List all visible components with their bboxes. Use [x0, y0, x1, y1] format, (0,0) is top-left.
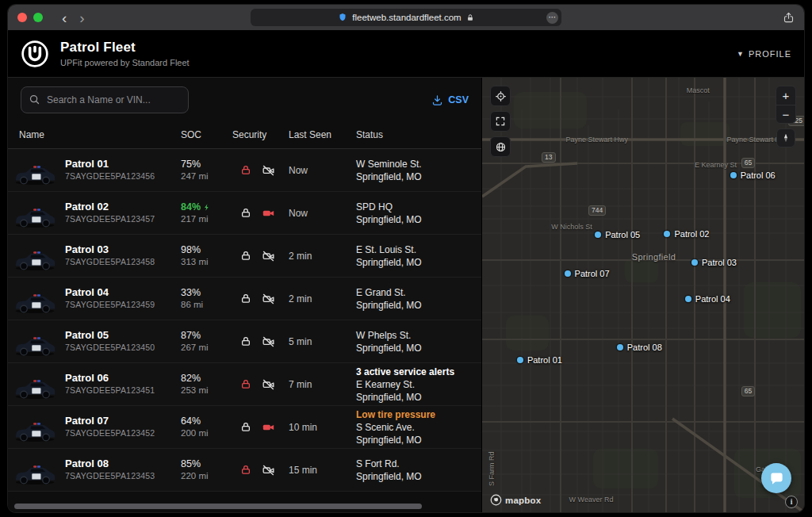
profile-menu[interactable]: ▼ PROFILE — [737, 49, 791, 59]
forward-button[interactable]: › — [73, 10, 90, 25]
status-line: Springfield, MO — [356, 170, 422, 183]
zoom-out-button[interactable]: − — [776, 105, 795, 123]
camera-off-icon — [262, 464, 275, 477]
marker-dot — [565, 270, 571, 277]
status-cell: 3 active service alertsE Kearney St.Spri… — [356, 363, 454, 405]
profile-label: PROFILE — [749, 49, 791, 59]
marker-dot — [595, 232, 601, 238]
vehicle-thumbnail — [13, 159, 57, 191]
status-line: S Fort Rd. — [356, 458, 422, 470]
status-line: E St. Louis St. — [356, 243, 422, 256]
mapbox-attribution[interactable]: mapbox — [490, 494, 541, 506]
locate-button[interactable] — [490, 86, 511, 106]
map-marker[interactable]: Patrol 07 — [565, 269, 610, 278]
charging-icon — [203, 202, 211, 213]
status-line: Springfield, MO — [356, 391, 454, 404]
url-text: fleetweb.standardfleet.com — [352, 13, 461, 22]
lock-icon — [240, 293, 251, 304]
app-header: Patrol Fleet UPFit powered by Standard F… — [8, 30, 804, 78]
last-seen-value: 2 min — [289, 278, 312, 320]
table-row[interactable]: Patrol 08 7SAYGDEE5PA123453 85% 220 mi — [8, 449, 481, 492]
table-row[interactable]: Patrol 03 7SAYGDEE5PA123458 98% 313 mi — [8, 235, 481, 278]
status-line: Springfield, MO — [356, 299, 422, 312]
back-button[interactable]: ‹ — [56, 10, 73, 25]
table-row[interactable]: Patrol 04 7SAYGDEE5PA123459 33% 86 mi 2 — [8, 278, 481, 320]
globe-button[interactable] — [490, 136, 511, 157]
table-header: Name SOC Security Last Seen Status — [8, 122, 481, 149]
zoom-controls: + − — [776, 86, 796, 147]
search-input[interactable] — [21, 86, 189, 113]
compass-icon — [780, 132, 791, 144]
marker-label: Patrol 01 — [527, 355, 562, 365]
map-marker[interactable]: Patrol 03 — [691, 258, 737, 267]
status-line: Low tire pressure — [356, 408, 435, 421]
map-panel[interactable]: Springfield MascotPayne Stewart HwyPayne… — [482, 78, 804, 512]
status-line: Springfield, MO — [356, 342, 422, 354]
zoom-window-button[interactable] — [33, 13, 43, 22]
status-line: Springfield, MO — [356, 213, 422, 226]
police-car-image — [13, 207, 57, 229]
marker-label: Patrol 04 — [695, 294, 730, 304]
soc-value: 84% — [181, 201, 201, 213]
close-window-button[interactable] — [17, 13, 27, 22]
marker-label: Patrol 02 — [674, 229, 709, 239]
zoom-in-button[interactable]: + — [776, 86, 795, 105]
standard-fleet-logo — [21, 40, 49, 68]
map-marker[interactable]: Patrol 08 — [617, 343, 662, 352]
address-bar[interactable]: fleetweb.standardfleet.com ⋯ — [251, 9, 561, 26]
status-cell: Low tire pressureS Scenic Ave.Springfiel… — [356, 406, 435, 448]
horizontal-scrollbar[interactable] — [14, 504, 422, 509]
table-row[interactable]: Patrol 01 7SAYGDEE5PA123456 75% 247 mi — [8, 149, 481, 192]
status-cell: S Fort Rd.Springfield, MO — [356, 449, 422, 491]
chat-button[interactable] — [761, 463, 791, 493]
lock-icon — [240, 207, 251, 219]
range-value: 220 mi — [181, 470, 209, 482]
vehicle-vin: 7SAYGDEE5PA123450 — [65, 342, 155, 354]
status-line: W Phelps St. — [356, 329, 422, 342]
status-line: S Scenic Ave. — [356, 421, 435, 434]
csv-export-button[interactable]: CSV — [431, 94, 469, 106]
police-car-image — [13, 464, 57, 486]
vehicle-vin: 7SAYGDEE5PA123451 — [65, 385, 155, 396]
table-row[interactable]: Patrol 02 7SAYGDEE5PA123457 84% 217 mi — [8, 192, 481, 235]
map-marker[interactable]: Patrol 04 — [685, 294, 730, 304]
marker-label: Patrol 03 — [702, 258, 737, 267]
camera-off-icon — [262, 250, 275, 262]
police-car-image — [13, 335, 57, 358]
map-marker[interactable]: Patrol 02 — [664, 229, 709, 239]
status-line: Springfield, MO — [356, 470, 422, 483]
marker-dot — [517, 357, 523, 363]
fullscreen-button[interactable] — [490, 111, 511, 132]
lock-secure-icon — [466, 13, 474, 22]
table-row[interactable]: Patrol 05 7SAYGDEE5PA123450 87% 267 mi — [8, 320, 481, 363]
map-marker[interactable]: Patrol 05 — [595, 230, 640, 239]
range-value: 247 mi — [181, 170, 209, 182]
header-titles: Patrol Fleet UPFit powered by Standard F… — [60, 40, 190, 67]
map-info-button[interactable]: i — [785, 496, 798, 508]
vehicle-vin: 7SAYGDEE5PA123452 — [65, 427, 155, 439]
share-icon — [783, 11, 795, 24]
soc-value: 98% — [181, 243, 201, 256]
vehicle-thumbnail — [13, 331, 57, 362]
marker-label: Patrol 06 — [741, 170, 776, 180]
vehicle-list-panel: CSV Name SOC Security Last Seen Status — [8, 78, 482, 512]
last-seen-value: Now — [289, 149, 308, 191]
compass-button[interactable] — [776, 128, 795, 147]
camera-off-icon — [262, 164, 275, 177]
range-value: 200 mi — [181, 427, 209, 439]
marker-label: Patrol 05 — [605, 230, 640, 239]
lock-icon — [240, 378, 251, 390]
map-marker[interactable]: Patrol 06 — [730, 170, 776, 180]
table-row[interactable]: Patrol 07 7SAYGDEE5PA123452 64% 200 mi — [8, 406, 481, 449]
table-row[interactable]: Patrol 06 7SAYGDEE5PA123451 82% 253 mi — [8, 363, 481, 406]
page-options-icon[interactable]: ⋯ — [546, 12, 558, 24]
vehicle-name: Patrol 07 — [65, 415, 155, 427]
soc-value: 85% — [181, 458, 201, 470]
camera-off-icon — [262, 335, 275, 348]
map-marker[interactable]: Patrol 01 — [517, 355, 562, 365]
share-button[interactable] — [783, 11, 795, 24]
browser-window: ‹ › fleetweb.standardfleet.com ⋯ Patrol … — [8, 5, 804, 512]
download-icon — [431, 94, 443, 106]
status-line: E Grand St. — [356, 286, 422, 299]
column-header-soc: SOC — [181, 129, 201, 140]
